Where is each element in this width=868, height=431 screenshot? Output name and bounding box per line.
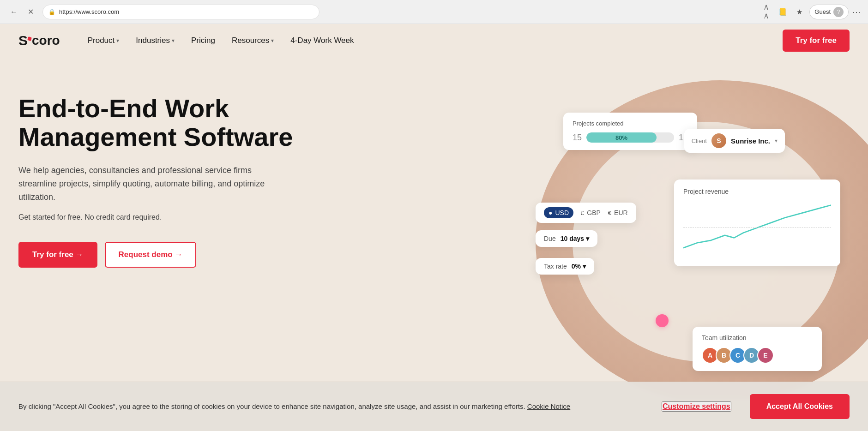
url-text: https://www.scoro.com: [59, 8, 119, 15]
client-label: Client: [692, 138, 707, 144]
guest-label: Guest: [814, 8, 831, 15]
client-chevron-icon: ▾: [775, 138, 778, 144]
tax-chevron-icon: ▾: [583, 263, 586, 270]
aa-button[interactable]: ＡＡ: [760, 6, 772, 18]
due-chevron-icon: ▾: [586, 235, 589, 242]
revenue-chart-svg: [683, 203, 831, 258]
browser-actions: ＡＡ 📒 ★ Guest ? ⋯: [760, 5, 861, 19]
hero-title: End-to-End Work Management Software: [18, 94, 305, 151]
currency-gbp[interactable]: £ GBP: [581, 209, 601, 216]
team-title: Team utilization: [702, 334, 813, 341]
progress-bar-fill: 80%: [586, 132, 657, 143]
logo[interactable]: Scoro: [18, 33, 60, 48]
nav-cta-button[interactable]: Try for free: [783, 30, 850, 52]
currency-dot: ●: [549, 209, 552, 216]
client-name: Sunrise Inc.: [731, 137, 770, 145]
back-button[interactable]: ←: [7, 6, 20, 18]
close-button[interactable]: ✕: [24, 6, 37, 18]
tax-label: Tax rate: [544, 263, 567, 270]
projects-title: Projects completed: [573, 120, 688, 127]
address-bar[interactable]: 🔒 https://www.scoro.com: [42, 5, 319, 19]
revenue-chart: [683, 203, 831, 258]
due-card: Due 10 days ▾: [536, 230, 597, 247]
reader-button[interactable]: 📒: [776, 6, 789, 18]
projects-completed-card: Projects completed 15 80% 12: [563, 113, 697, 150]
navbar: Scoro Product ▾ Industries ▾ Pricing Res…: [0, 24, 868, 57]
chevron-down-icon: ▾: [271, 37, 274, 44]
nav-links: Product ▾ Industries ▾ Pricing Resources…: [88, 36, 783, 45]
bookmark-button[interactable]: ★: [793, 6, 806, 18]
nav-industries[interactable]: Industries ▾: [136, 36, 175, 45]
hero-content: End-to-End Work Management Software We h…: [18, 85, 305, 268]
revenue-title: Project revenue: [683, 188, 831, 195]
progress-left: 15: [573, 133, 582, 143]
cookie-banner: By clicking "Accept All Cookies", you ag…: [0, 382, 868, 431]
customize-settings-button[interactable]: Customize settings: [662, 401, 731, 412]
logo-dot: [27, 36, 32, 41]
browser-chrome: ← ✕ 🔒 https://www.scoro.com ＡＡ 📒 ★ Guest…: [0, 0, 868, 24]
cookie-notice-link[interactable]: Cookie Notice: [527, 402, 570, 410]
accept-all-cookies-button[interactable]: Accept All Cookies: [750, 394, 850, 419]
nav-pricing[interactable]: Pricing: [191, 36, 215, 45]
request-demo-button[interactable]: Request demo →: [105, 242, 197, 268]
hero-subtitle: We help agencies, consultancies and prof…: [18, 164, 277, 204]
hero-section: End-to-End Work Management Software We h…: [0, 57, 868, 399]
logo-s: S: [18, 33, 28, 48]
progress-row: 15 80% 12: [573, 132, 688, 143]
progress-bar-wrap: 80%: [586, 132, 674, 143]
logo-text: coro: [32, 33, 60, 48]
tax-value: 0% ▾: [572, 263, 586, 270]
currency-card: ● USD £ GBP € EUR: [536, 203, 636, 223]
nav-4day[interactable]: 4-Day Work Week: [290, 36, 354, 45]
team-avatars: A B C D E: [702, 347, 813, 364]
chevron-down-icon: ▾: [116, 37, 119, 44]
due-label: Due: [544, 235, 556, 242]
team-utilization-card: Team utilization A B C D E: [693, 327, 822, 371]
client-avatar: S: [711, 133, 726, 148]
guest-avatar: ?: [833, 7, 844, 17]
client-card: Client S Sunrise Inc. ▾: [684, 129, 785, 153]
due-value: 10 days ▾: [561, 235, 589, 242]
cookie-text: By clicking "Accept All Cookies", you ag…: [18, 401, 643, 412]
revenue-card: Project revenue: [674, 180, 840, 266]
browser-nav-buttons: ← ✕: [7, 6, 37, 18]
chevron-down-icon: ▾: [172, 37, 175, 44]
nav-resources[interactable]: Resources ▾: [232, 36, 274, 45]
guest-button[interactable]: Guest ?: [809, 5, 849, 19]
lock-icon: 🔒: [48, 9, 55, 15]
hero-tagline: Get started for free. No credit card req…: [18, 213, 305, 221]
currency-eur[interactable]: € EUR: [608, 209, 628, 216]
team-avatar-5: E: [757, 347, 774, 364]
dashed-line: [683, 227, 831, 228]
nav-product[interactable]: Product ▾: [88, 36, 120, 45]
hero-visual: Projects completed 15 80% 12 Client S Su…: [360, 57, 868, 399]
hero-buttons: Try for free → Request demo →: [18, 242, 305, 268]
pink-ball: [656, 314, 669, 327]
more-button[interactable]: ⋯: [852, 7, 861, 17]
currency-usd[interactable]: ● USD: [544, 207, 573, 218]
try-for-free-button[interactable]: Try for free →: [18, 242, 97, 268]
tax-card: Tax rate 0% ▾: [536, 258, 594, 275]
